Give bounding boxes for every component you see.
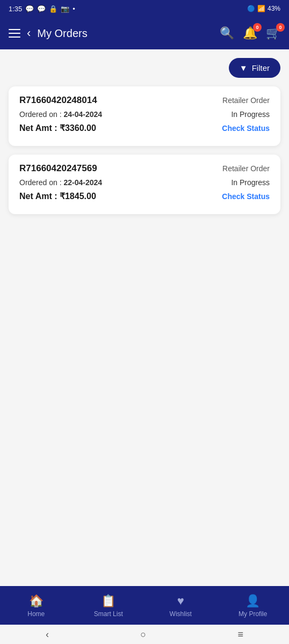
check-status-button-1[interactable]: Check Status <box>222 124 270 133</box>
cart-badge: 0 <box>276 23 285 32</box>
order-row-2-bot: Net Amt : ₹1845.00 Check Status <box>19 191 270 201</box>
hamburger-menu[interactable] <box>9 29 20 38</box>
system-nav-bar: ‹ ○ ≡ <box>0 625 289 644</box>
order-status-2: In Progress <box>231 178 270 187</box>
notification-badge: 0 <box>253 23 262 32</box>
back-button[interactable]: ‹ <box>27 26 31 40</box>
cart-button[interactable]: 🛒 0 <box>266 26 280 40</box>
order-type-1: Retailer Order <box>222 96 270 105</box>
nav-label-my-profile: My Profile <box>239 610 267 618</box>
wishlist-icon: ♥ <box>177 594 184 608</box>
filter-icon: ▼ <box>240 63 248 72</box>
main-content: ▼ Filter R71660420248014 Retailer Order … <box>0 49 289 586</box>
order-row-1-mid: Ordered on : 24-04-2024 In Progress <box>19 110 270 119</box>
order-date-1: Ordered on : 24-04-2024 <box>19 110 102 119</box>
status-bar-right: 🔵 📶 43% <box>247 5 280 12</box>
battery-text: 43% <box>268 5 280 12</box>
home-icon: 🏠 <box>29 594 44 608</box>
app-header: ‹ My Orders 🔍 🔔 0 🛒 0 <box>0 17 289 49</box>
vpn-icon: 🔒 <box>49 5 57 13</box>
notification-button[interactable]: 🔔 0 <box>243 26 257 40</box>
nav-label-home: Home <box>27 610 45 618</box>
order-card-1[interactable]: R71660420248014 Retailer Order Ordered o… <box>9 86 280 146</box>
order-amount-2: Net Amt : ₹1845.00 <box>19 191 96 201</box>
page-title: My Orders <box>37 27 213 40</box>
nav-item-wishlist[interactable]: ♥ Wishlist <box>144 594 217 618</box>
status-bar-left: 1:35 💬 💬 🔒 📷 • <box>9 5 75 13</box>
messenger-icon: 💬 <box>37 5 46 13</box>
nav-label-wishlist: Wishlist <box>170 610 192 618</box>
order-id-2: R71660420247569 <box>19 163 97 174</box>
order-id-1: R71660420248014 <box>19 95 97 106</box>
bluetooth-icon: 🔵 <box>247 5 255 12</box>
status-bar: 1:35 💬 💬 🔒 📷 • 🔵 📶 43% <box>0 0 289 17</box>
filter-label: Filter <box>252 63 270 72</box>
bottom-nav: 🏠 Home 📋 Smart List ♥ Wishlist 👤 My Prof… <box>0 586 289 625</box>
nav-item-smart-list[interactable]: 📋 Smart List <box>73 594 145 618</box>
order-row-1-bot: Net Amt : ₹3360.00 Check Status <box>19 123 270 133</box>
status-time: 1:35 <box>9 5 22 13</box>
order-date-2: Ordered on : 22-04-2024 <box>19 178 102 187</box>
dot-indicator: • <box>73 5 75 13</box>
nav-item-my-profile[interactable]: 👤 My Profile <box>217 594 290 618</box>
order-row-1-top: R71660420248014 Retailer Order <box>19 95 270 106</box>
search-icon: 🔍 <box>220 26 234 40</box>
sys-menu-button[interactable]: ≡ <box>237 629 243 640</box>
order-row-2-mid: Ordered on : 22-04-2024 In Progress <box>19 178 270 187</box>
order-row-2-top: R71660420247569 Retailer Order <box>19 163 270 174</box>
order-type-2: Retailer Order <box>222 164 270 173</box>
sys-back-button[interactable]: ‹ <box>46 629 49 640</box>
nav-label-smart-list: Smart List <box>94 610 123 618</box>
sys-home-button[interactable]: ○ <box>140 629 146 640</box>
nav-item-home[interactable]: 🏠 Home <box>0 594 73 618</box>
signal-icon: 📶 <box>257 5 265 12</box>
header-icons: 🔍 🔔 0 🛒 0 <box>220 26 280 40</box>
search-button[interactable]: 🔍 <box>220 26 234 40</box>
order-card-2[interactable]: R71660420247569 Retailer Order Ordered o… <box>9 155 280 214</box>
whatsapp-icon: 💬 <box>25 5 34 13</box>
order-amount-1: Net Amt : ₹3360.00 <box>19 123 96 133</box>
smart-list-icon: 📋 <box>101 594 115 608</box>
order-status-1: In Progress <box>231 110 270 119</box>
check-status-button-2[interactable]: Check Status <box>222 192 270 201</box>
instagram-icon: 📷 <box>61 5 69 13</box>
profile-icon: 👤 <box>245 594 260 608</box>
filter-row: ▼ Filter <box>9 58 280 78</box>
filter-button[interactable]: ▼ Filter <box>229 58 280 78</box>
